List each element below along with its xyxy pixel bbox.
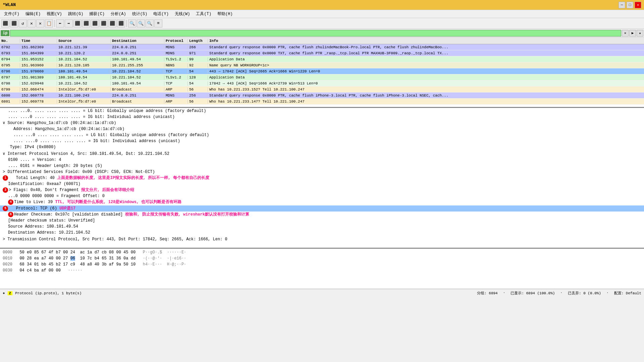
detail-line: ∨ Internet Protocol Version 4, Src: 180.… xyxy=(0,151,644,157)
detail-line: 6Header Checksum: 0x107c [validation dis… xyxy=(0,212,644,218)
table-row[interactable]: 6796 151.970660 180.101.49.54 10.221.104… xyxy=(0,68,644,74)
toolbar-sep-2 xyxy=(126,20,127,27)
cell-info: Name query NB WORKGROUP<1c> xyxy=(208,63,644,67)
menu-item[interactable]: 电话(Y) xyxy=(151,10,171,17)
cell-len: 971 xyxy=(188,51,208,55)
annotation-text: 上面是数据帧的长度, 这里是IP报文实际的长度, 所以不一样, 每个都有自己的长… xyxy=(57,176,209,180)
cell-len: 99 xyxy=(188,57,208,61)
toolbar-btn-6[interactable]: 📋 xyxy=(45,19,53,27)
toolbar-btn-5[interactable]: ✕ xyxy=(36,19,44,27)
toolbar-btn-16[interactable]: 🔍 xyxy=(137,19,145,27)
cell-time: 152.029948 xyxy=(20,81,57,85)
annotation-badge: 5 xyxy=(3,206,8,211)
detail-line: .... ...0 .... .... .... .... = LG bit: … xyxy=(0,132,644,138)
hex-bytes: 04 c4 ba af 00 00 xyxy=(19,268,68,273)
menu-item[interactable]: 捕获(C) xyxy=(87,10,107,17)
cell-src: 10.221.100.243 xyxy=(57,94,111,98)
detail-line: 5 Protocol: TCP (6) UDP是17 xyxy=(0,205,644,212)
minimize-button[interactable]: ─ xyxy=(619,2,625,8)
cell-dst: 224.0.0.251 xyxy=(111,45,164,49)
close-button[interactable]: ✕ xyxy=(635,2,641,8)
cell-proto: TLSv1.2 xyxy=(164,57,188,61)
status-bar: ● Z Protocol (ip.proto), 1 byte(s) 分组: 6… xyxy=(0,289,644,297)
cell-no: 6792 xyxy=(0,45,20,49)
hex-highlight: 06 xyxy=(70,256,75,261)
cell-proto: MDNS xyxy=(164,94,188,98)
cell-dst: 10.221.255.255 xyxy=(111,63,164,67)
toolbar-btn-12[interactable]: ⬛ xyxy=(100,19,108,27)
toolbar-btn-13[interactable]: ⬛ xyxy=(108,19,116,27)
status-sep1: · xyxy=(503,291,505,296)
cell-dst: 10.221.104.52 xyxy=(111,69,164,73)
toolbar-btn-4[interactable]: ✕ xyxy=(28,19,36,27)
toolbar-btn-15[interactable]: 🔍 xyxy=(128,19,136,27)
toolbar-btn-1[interactable]: ⬛ xyxy=(1,19,9,27)
cell-len: 92 xyxy=(188,63,208,67)
cell-src: 10.221.104.52 xyxy=(57,57,111,61)
detail-line: Source Address: 180.101.49.54 xyxy=(0,224,644,230)
cell-dst: 180.101.49.54 xyxy=(111,57,164,61)
menu-item[interactable]: 编辑(E) xyxy=(23,10,44,17)
hex-line: 0000 50 e0 85 67 4f b7 00 24 ac 1a d7 cb… xyxy=(0,249,644,255)
menu-item[interactable]: 视图(V) xyxy=(44,10,65,17)
cell-time: 152.066474 xyxy=(20,87,57,92)
toolbar-btn-2[interactable]: ⬛ xyxy=(10,19,18,27)
table-row[interactable]: 6799 152.066474 IntelCor_fb:d7:e0 Broadc… xyxy=(0,86,644,93)
toolbar-btn-8[interactable]: ➡ xyxy=(65,19,73,27)
cell-no: 6795 xyxy=(0,63,20,67)
table-row[interactable]: 6795 151.963960 10.221.128.185 10.221.25… xyxy=(0,62,644,68)
table-row[interactable]: 6798 152.029948 10.221.104.52 180.101.49… xyxy=(0,80,644,86)
menu-item[interactable]: 工具(T) xyxy=(193,10,214,17)
toolbar-btn-14[interactable]: ⬛ xyxy=(117,19,125,27)
annotation-badge: 1 xyxy=(3,175,8,181)
hex-ascii: ······ xyxy=(68,268,82,273)
menu-item[interactable]: 文件(F) xyxy=(1,10,22,17)
cell-no: 6798 xyxy=(0,81,20,85)
toolbar-btn-11[interactable]: ⬛ xyxy=(91,19,99,27)
packet-list: No. Time Source Destination Protocol Len… xyxy=(0,38,644,108)
toolbar-btn-9[interactable]: ⬛ xyxy=(73,19,82,27)
table-row[interactable]: 6794 151.953152 10.221.104.52 180.101.49… xyxy=(0,56,644,62)
status-profile: 配置: Default xyxy=(614,291,641,296)
toolbar-btn-17[interactable]: 🔍 xyxy=(146,19,154,27)
cell-no: 6793 xyxy=(0,51,20,55)
cell-time: 151.963960 xyxy=(20,63,57,67)
cell-src: 10.221.128.185 xyxy=(57,63,111,67)
col-header-len: Length xyxy=(188,39,208,43)
cell-time: 152.069778 xyxy=(20,94,57,98)
toolbar-btn-7[interactable]: ⬅ xyxy=(56,19,64,27)
menu-item[interactable]: 分析(A) xyxy=(108,10,129,17)
filter-apply-btn[interactable]: ▶ xyxy=(629,30,636,37)
hex-line: 0020 68 34 01 bb 45 b2 17 c9 48 a8 40 3b… xyxy=(0,261,644,267)
menu-item[interactable]: 无线(W) xyxy=(172,10,193,17)
table-row[interactable]: 6797 151.981389 180.101.49.54 10.221.104… xyxy=(0,74,644,80)
cell-info: Standard query response 0x0000 PTR, cach… xyxy=(208,45,644,49)
detail-lines-container: .... ...0. .... .... .... .... = LG bit:… xyxy=(0,108,644,242)
menu-item[interactable]: 帮助(H) xyxy=(215,10,235,17)
table-row[interactable]: 6793 151.864399 10.221.120.2 224.0.0.251… xyxy=(0,50,644,56)
menu-item[interactable]: 统计(S) xyxy=(129,10,150,17)
toolbar-btn-18[interactable]: ≡ xyxy=(154,19,162,27)
filter-bookmark-btn[interactable]: ★ xyxy=(637,30,643,37)
col-header-time: Time xyxy=(20,39,57,43)
filter-input[interactable]: 这里是过滤器, 比如ip.ip==0x829e就可以过滤H... xyxy=(10,30,621,37)
cell-no: 6797 xyxy=(0,75,20,79)
status-right: 分组: 6894 · 已显示: 6894 (100.0%) · 已丢弃: 0 (… xyxy=(477,291,641,296)
cell-info: Application Data xyxy=(208,57,644,61)
table-row[interactable]: 6800 152.069778 10.221.100.243 224.0.0.2… xyxy=(0,93,644,99)
toolbar-btn-10[interactable]: ⬛ xyxy=(82,19,90,27)
filter-clear-btn[interactable]: ✕ xyxy=(622,30,629,37)
hex-area[interactable]: 0000 50 e0 85 67 4f b7 00 24 ac 1a d7 cb… xyxy=(0,249,644,289)
toolbar-btn-3[interactable]: ↺ xyxy=(19,19,27,27)
table-row[interactable]: 6801 152.069778 IntelCor_fb:d7:e0 Broadc… xyxy=(0,99,644,105)
table-row[interactable]: 6792 151.862369 10.221.121.39 224.0.0.25… xyxy=(0,44,644,50)
cell-time: 151.953152 xyxy=(20,57,57,61)
maximize-button[interactable]: □ xyxy=(627,2,633,8)
status-sep3: · xyxy=(606,291,609,296)
status-z: Z xyxy=(8,291,13,295)
cell-no: 6796 xyxy=(0,69,20,73)
packet-rows-container: 6792 151.862369 10.221.121.39 224.0.0.25… xyxy=(0,44,644,105)
col-header-no: No. xyxy=(0,39,20,43)
menu-item[interactable]: 跳转(G) xyxy=(65,10,86,17)
detail-area[interactable]: .... ...0. .... .... .... .... = LG bit:… xyxy=(0,108,644,249)
